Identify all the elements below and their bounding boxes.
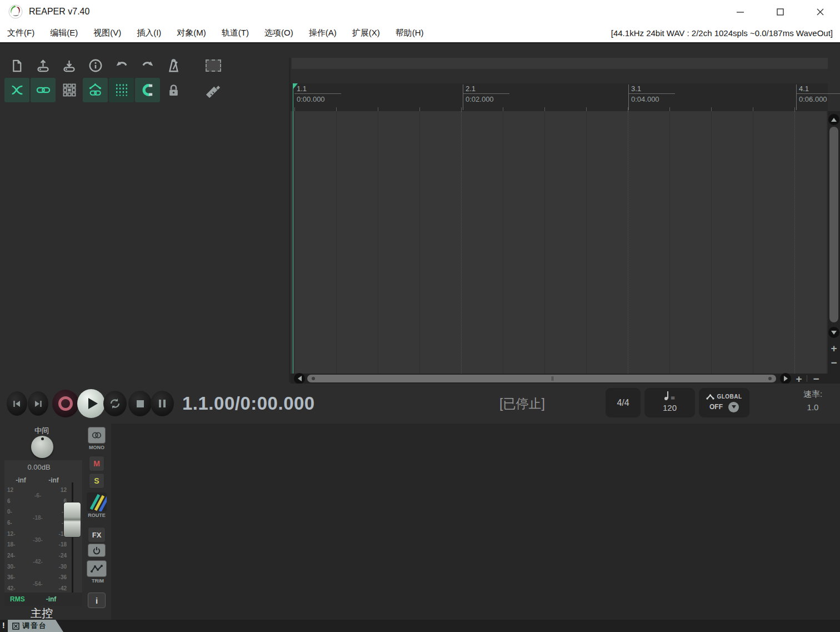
- mute-button[interactable]: M: [89, 456, 104, 471]
- horizontal-scroll-thumb[interactable]: [307, 375, 776, 382]
- trim-button[interactable]: [87, 560, 107, 577]
- reaper-logo-icon: [8, 4, 23, 19]
- marker-time: 0:04.000: [629, 94, 675, 103]
- horizontal-scrollbar[interactable]: + −: [291, 374, 840, 384]
- global-automation-box[interactable]: GLOBAL OFF: [699, 388, 749, 417]
- scroll-left-button[interactable]: [294, 373, 305, 384]
- pause-button[interactable]: [151, 391, 174, 416]
- automation-icon: [706, 394, 714, 400]
- horizontal-zoom-in-button[interactable]: +: [792, 374, 806, 384]
- metronome-button[interactable]: [161, 53, 186, 78]
- menu-track[interactable]: 轨道(T): [222, 28, 249, 38]
- timeline-ruler[interactable]: 1.1 0:00.000 2.1 0:02.000 3.1 0:04.000 4…: [291, 83, 828, 111]
- master-meter-panel[interactable]: 0.00dB -inf -inf 126 0-6- 12-18- 24-30- …: [4, 460, 82, 606]
- time-signature-box[interactable]: 4/4: [606, 388, 641, 417]
- menu-view[interactable]: 视图(V): [93, 28, 121, 38]
- grid-lines-toggle[interactable]: [109, 78, 134, 102]
- solo-button[interactable]: S: [89, 473, 104, 489]
- close-box-icon[interactable]: [12, 623, 19, 630]
- lock-toggle[interactable]: [161, 78, 186, 102]
- play-button[interactable]: [77, 389, 105, 418]
- menu-item[interactable]: 对象(M): [177, 28, 206, 38]
- auto-crossfade-toggle[interactable]: [4, 78, 29, 102]
- go-to-start-icon: [13, 400, 21, 407]
- fx-bypass-button[interactable]: [88, 544, 106, 557]
- redo-icon: [140, 58, 156, 73]
- scroll-down-button[interactable]: [828, 327, 839, 338]
- chevron-down-icon: [732, 405, 736, 409]
- ruler-beat-ticks: [291, 107, 828, 111]
- vertical-zoom-out-button[interactable]: −: [828, 357, 840, 368]
- arrange-top-band: [292, 58, 828, 69]
- minimize-button[interactable]: [720, 0, 760, 23]
- go-to-end-button[interactable]: [28, 391, 48, 416]
- window-title: REAPER v7.40: [29, 7, 89, 17]
- vertical-zoom-in-button[interactable]: +: [828, 341, 840, 355]
- marquee-rect-icon: [206, 59, 221, 72]
- scroll-up-button[interactable]: [828, 114, 839, 125]
- quarter-note-icon: [664, 397, 668, 400]
- volume-fader-thumb[interactable]: [63, 502, 81, 538]
- trim-label: TRIM: [82, 578, 113, 584]
- volume-fader-track[interactable]: [72, 482, 73, 598]
- menu-help[interactable]: 帮助(H): [396, 28, 424, 38]
- snap-toggle[interactable]: [135, 78, 160, 102]
- record-button[interactable]: [52, 390, 79, 417]
- knob-dot: [41, 437, 44, 440]
- fx-label: FX: [92, 531, 102, 539]
- close-button[interactable]: [800, 0, 840, 23]
- vertical-scrollbar[interactable]: + −: [828, 111, 840, 374]
- link-icon: [36, 82, 51, 98]
- menu-extensions[interactable]: 扩展(X): [352, 28, 380, 38]
- project-settings-button[interactable]: [83, 53, 108, 78]
- vertical-scroll-thumb[interactable]: [829, 127, 838, 322]
- route-button[interactable]: [87, 492, 107, 511]
- menu-edit[interactable]: 编辑(E): [50, 28, 78, 38]
- repeat-button[interactable]: [103, 391, 127, 416]
- maximize-button[interactable]: [760, 0, 800, 23]
- right-arrow-icon: [784, 376, 788, 381]
- save-project-button[interactable]: [57, 53, 82, 78]
- menu-bar: 文件(F) 编辑(E) 视图(V) 插入(I) 对象(M) 轨道(T) 选项(O…: [0, 23, 840, 43]
- ruler-pencil-icon: [205, 82, 222, 98]
- lock-icon: [166, 83, 181, 98]
- thumb-grip[interactable]: [552, 376, 553, 381]
- undo-button[interactable]: [109, 53, 134, 78]
- small-items-toggle[interactable]: [57, 78, 82, 102]
- track-info-button[interactable]: i: [88, 593, 106, 608]
- menu-file[interactable]: 文件(F): [7, 28, 34, 38]
- item-grouping-toggle[interactable]: [31, 78, 56, 102]
- reaper-window: REAPER v7.40 文件(F) 编辑(E) 视图(V) 插入(I) 对象(…: [0, 0, 840, 632]
- edit-behavior-button[interactable]: [201, 78, 226, 102]
- magnet-icon: [140, 82, 156, 98]
- marquee-select-button[interactable]: [201, 53, 226, 78]
- mono-button[interactable]: [88, 427, 106, 444]
- envelope-link-toggle[interactable]: [83, 78, 108, 102]
- info-icon: [88, 58, 103, 73]
- menu-insert[interactable]: 插入(I): [137, 28, 161, 38]
- minus-icon: −: [831, 357, 837, 368]
- new-project-button[interactable]: [4, 53, 29, 78]
- redo-button[interactable]: [135, 53, 160, 78]
- dropdown-button[interactable]: [728, 402, 739, 412]
- fx-button[interactable]: FX: [88, 527, 106, 543]
- transport-position[interactable]: 1.1.00/0:00.000: [182, 384, 315, 424]
- go-to-start-button[interactable]: [7, 391, 27, 416]
- marker-bar: 3.1: [629, 84, 675, 94]
- open-project-button[interactable]: [31, 53, 56, 78]
- envelope-link-icon: [88, 82, 103, 98]
- open-icon: [36, 58, 51, 73]
- solo-label: S: [94, 476, 99, 485]
- stop-button[interactable]: [128, 391, 152, 416]
- mixer-dock-tab[interactable]: 调音台: [8, 620, 63, 632]
- tempo-box[interactable]: = 120: [644, 388, 695, 417]
- route-label: ROUTE: [81, 512, 112, 518]
- menu-options[interactable]: 选项(O): [264, 28, 293, 38]
- menu-actions[interactable]: 操作(A): [309, 28, 337, 38]
- scroll-right-button[interactable]: [780, 373, 791, 384]
- pan-knob[interactable]: [31, 436, 53, 458]
- arrange-view[interactable]: [291, 111, 827, 374]
- marker-time: 0:00.000: [294, 94, 341, 103]
- horizontal-zoom-out-button[interactable]: −: [809, 374, 823, 384]
- mute-label: M: [93, 459, 100, 468]
